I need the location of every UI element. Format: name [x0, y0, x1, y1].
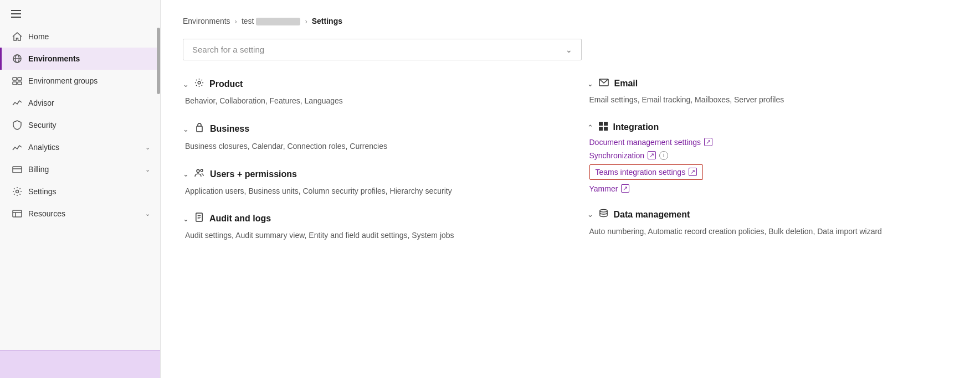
svg-rect-5 — [13, 82, 17, 85]
sidebar-item-label: Analytics — [28, 143, 140, 152]
sidebar-top — [0, 0, 160, 23]
billing-icon — [12, 164, 23, 175]
home-icon — [12, 31, 23, 42]
integration-section-header: ⌃ Integration — [587, 122, 958, 133]
product-section-items: Behavior, Collaboration, Features, Langu… — [183, 95, 554, 107]
users-section-header: ⌄ Users + permissions — [183, 168, 554, 180]
audit-section: ⌄ Audit and logs Audit settings, Audit s… — [183, 213, 554, 241]
data-management-section: ⌄ Data management Auto numbering, Automa… — [587, 209, 958, 237]
audit-section-title: Audit and logs — [209, 214, 271, 224]
business-section-title: Business — [210, 124, 249, 134]
svg-point-13 — [198, 81, 201, 84]
analytics-icon — [12, 142, 23, 153]
svg-rect-24 — [599, 127, 603, 131]
left-column: ⌄ Product Behavior, Collaboration, Featu… — [183, 78, 554, 257]
teams-link-row: Teams integration settings ↗ — [589, 164, 958, 180]
teams-label: Teams integration settings — [596, 168, 686, 177]
breadcrumb-redacted — [256, 18, 300, 25]
users-section: ⌄ Users + permissions Application users,… — [183, 168, 554, 197]
yammer-label: Yammer — [589, 184, 618, 193]
svg-rect-4 — [18, 77, 22, 80]
teams-integration-link[interactable]: Teams integration settings ↗ — [596, 168, 697, 177]
svg-rect-6 — [18, 82, 22, 85]
email-section-header: ⌄ Email — [587, 78, 958, 89]
integration-windows-icon — [599, 122, 608, 133]
svg-rect-3 — [13, 77, 17, 80]
sidebar: Home Environments — [0, 0, 161, 378]
business-chevron-icon[interactable]: ⌄ — [183, 125, 189, 133]
sidebar-item-label: Billing — [28, 165, 140, 174]
external-link-icon: ↗ — [704, 138, 712, 146]
audit-icon — [194, 213, 204, 225]
sidebar-item-analytics[interactable]: Analytics ⌄ — [0, 136, 160, 158]
data-chevron-icon[interactable]: ⌄ — [587, 210, 593, 219]
integration-section-title: Integration — [613, 122, 659, 132]
svg-point-15 — [197, 170, 199, 173]
data-management-section-items: Auto numbering, Automatic record creatio… — [587, 225, 958, 237]
users-icon — [194, 168, 204, 180]
sidebar-item-label: Advisor — [28, 99, 150, 107]
sidebar-nav: Home Environments — [0, 23, 160, 350]
sidebar-item-resources[interactable]: Resources ⌄ — [0, 203, 160, 225]
sidebar-item-security[interactable]: Security — [0, 114, 160, 136]
sidebar-item-settings[interactable]: Settings — [0, 180, 160, 203]
integration-links: Document management settings ↗ Synchroni… — [587, 138, 958, 193]
security-icon — [12, 120, 23, 131]
hamburger-button[interactable] — [9, 8, 23, 20]
business-section: ⌄ Business Business closures, Calendar, … — [183, 123, 554, 152]
settings-grid: ⌄ Product Behavior, Collaboration, Featu… — [183, 78, 958, 257]
sidebar-item-advisor[interactable]: Advisor — [0, 92, 160, 114]
audit-chevron-icon[interactable]: ⌄ — [183, 215, 189, 223]
resources-icon — [12, 208, 23, 219]
audit-section-header: ⌄ Audit and logs — [183, 213, 554, 225]
breadcrumb-sep1: › — [235, 17, 237, 25]
product-chevron-icon[interactable]: ⌄ — [183, 80, 189, 89]
email-icon — [599, 78, 609, 89]
data-management-section-title: Data management — [614, 210, 690, 220]
email-chevron-icon[interactable]: ⌄ — [587, 80, 593, 88]
settings-icon — [12, 186, 23, 197]
sidebar-item-environments[interactable]: Environments — [0, 48, 160, 70]
sidebar-item-home[interactable]: Home — [0, 25, 160, 48]
advisor-icon — [12, 97, 23, 108]
business-icon — [194, 123, 204, 136]
product-section: ⌄ Product Behavior, Collaboration, Featu… — [183, 78, 554, 107]
product-gear-icon — [194, 78, 204, 90]
users-section-items: Application users, Business units, Colum… — [183, 185, 554, 197]
sidebar-item-label: Settings — [28, 187, 150, 196]
sync-label: Synchronization — [589, 151, 645, 160]
integration-chevron-icon[interactable]: ⌃ — [587, 123, 593, 132]
svg-rect-10 — [13, 210, 22, 217]
yammer-link[interactable]: Yammer ↗ — [589, 184, 958, 193]
synchronization-link[interactable]: Synchronization ↗ — [589, 151, 656, 160]
environment-groups-icon — [12, 75, 23, 86]
svg-rect-22 — [599, 122, 603, 126]
doc-management-link[interactable]: Document management settings ↗ — [589, 138, 958, 147]
users-section-title: Users + permissions — [210, 169, 297, 179]
breadcrumb-settings: Settings — [312, 17, 342, 25]
data-management-icon — [599, 209, 608, 221]
users-chevron-icon[interactable]: ⌄ — [183, 170, 189, 178]
doc-management-label: Document management settings — [589, 138, 701, 147]
data-management-section-header: ⌄ Data management — [587, 209, 958, 221]
audit-section-items: Audit settings, Audit summary view, Enti… — [183, 229, 554, 241]
right-column: ⌄ Email Email settings, Email tracking, … — [587, 78, 958, 257]
sidebar-item-environment-groups[interactable]: Environment groups — [0, 70, 160, 92]
search-bar[interactable]: Search for a setting ⌄ — [183, 39, 582, 60]
svg-point-9 — [16, 190, 19, 193]
svg-point-26 — [599, 209, 607, 212]
breadcrumb-environments[interactable]: Environments — [183, 17, 230, 25]
email-section-items: Email settings, Email tracking, Mailboxe… — [587, 94, 958, 106]
svg-point-16 — [201, 169, 203, 172]
sidebar-item-label: Environment groups — [28, 76, 150, 85]
svg-rect-14 — [197, 126, 202, 132]
scrollbar[interactable] — [157, 28, 160, 94]
product-section-header: ⌄ Product — [183, 78, 554, 90]
breadcrumb: Environments › test › Settings — [183, 17, 958, 25]
info-icon[interactable]: i — [659, 151, 668, 160]
sidebar-item-label: Environments — [28, 54, 150, 63]
svg-rect-7 — [13, 167, 22, 173]
search-placeholder: Search for a setting — [192, 45, 566, 54]
business-section-header: ⌄ Business — [183, 123, 554, 136]
sidebar-item-billing[interactable]: Billing ⌄ — [0, 158, 160, 180]
